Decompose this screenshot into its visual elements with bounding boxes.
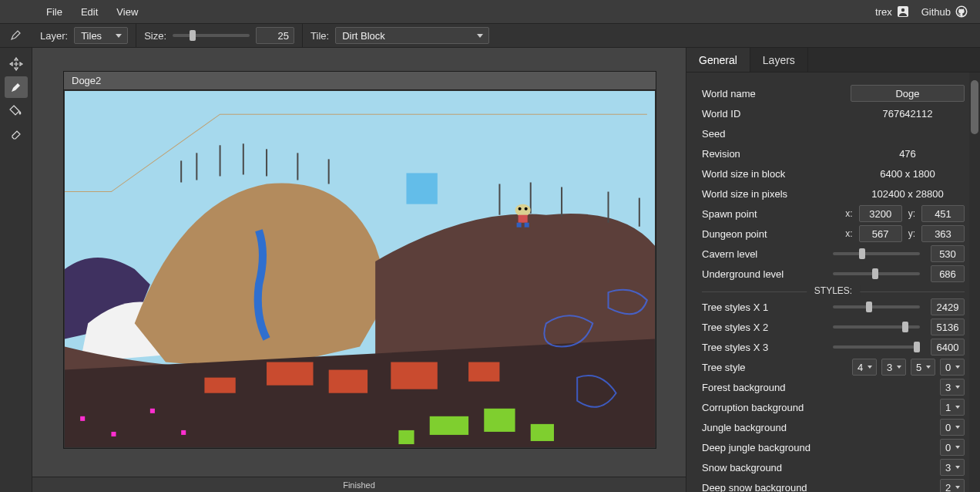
size-pixels-label: World size in pixels (702, 188, 833, 200)
tab-layers[interactable]: Layers (750, 48, 808, 72)
move-tool[interactable] (5, 53, 28, 75)
tree-x3-input[interactable]: 6400 (931, 339, 965, 356)
svg-point-31 (519, 207, 522, 211)
spawn-y-input[interactable]: 451 (921, 205, 965, 222)
underground-label: Underground level (702, 268, 833, 280)
spawn-y-label: y: (908, 208, 915, 219)
spawn-label: Spawn point (702, 208, 833, 220)
user-icon (897, 5, 909, 18)
brand-label: trex (875, 6, 892, 18)
svg-rect-15 (111, 432, 116, 436)
github-label: Github (921, 6, 951, 18)
snow-bg-select[interactable]: 3 (940, 459, 965, 476)
dungeon-x-input[interactable]: 567 (859, 225, 902, 242)
svg-rect-8 (468, 362, 499, 382)
corruption-bg-label: Corruption background (702, 402, 833, 413)
layer-label: Layer: (40, 30, 68, 42)
canvas-window: Doge2 (63, 71, 656, 449)
underground-slider[interactable] (833, 272, 920, 275)
size-pixels-value: 102400 x 28800 (851, 188, 965, 200)
size-block-label: World size in block (702, 168, 833, 180)
size-block-value: 6400 x 1800 (851, 168, 965, 180)
tile-select[interactable]: Dirt Block (335, 27, 489, 44)
tree-x1-slider[interactable] (833, 305, 920, 308)
styles-header: STYLES: (807, 285, 860, 296)
jungle-bg-select[interactable]: 0 (940, 419, 965, 436)
tree-x3-slider[interactable] (833, 345, 920, 349)
dungeon-y-input[interactable]: 363 (921, 225, 965, 242)
svg-rect-7 (391, 362, 437, 389)
underground-input[interactable]: 686 (931, 265, 965, 282)
world-id-label: World ID (702, 108, 833, 120)
menubar: File Edit View trex Github (0, 0, 980, 23)
cavern-input[interactable]: 530 (931, 245, 965, 262)
canvas-area: Doge2 (32, 48, 686, 492)
deep-jungle-bg-select[interactable]: 0 (940, 439, 965, 456)
svg-rect-17 (181, 430, 186, 435)
spawn-x-input[interactable]: 3200 (859, 205, 902, 222)
size-label: Size: (144, 30, 166, 42)
svg-rect-16 (150, 409, 155, 413)
svg-rect-33 (519, 215, 528, 223)
properties-panel: General Layers World name Doge World ID … (686, 48, 980, 492)
size-slider-thumb[interactable] (190, 30, 196, 41)
canvas-title: Doge2 (72, 75, 101, 86)
menu-edit[interactable]: Edit (72, 2, 107, 22)
svg-point-1 (901, 8, 904, 12)
panel-scrollbar-thumb[interactable] (971, 80, 978, 134)
revision-label: Revision (702, 148, 833, 160)
svg-rect-13 (398, 430, 414, 444)
svg-rect-34 (517, 223, 522, 227)
tree-x2-input[interactable]: 5136 (931, 318, 965, 335)
world-id-value: 767642112 (851, 108, 965, 120)
menu-file[interactable]: File (37, 2, 72, 22)
github-link[interactable]: Github (921, 5, 968, 18)
tree-x3-label: Tree styles X 3 (702, 342, 833, 353)
bucket-tool[interactable] (5, 99, 28, 121)
dungeon-y-label: y: (908, 228, 915, 239)
panel-scrollbar-track[interactable] (969, 72, 980, 492)
dungeon-x-label: x: (845, 228, 852, 239)
svg-rect-5 (267, 362, 313, 386)
tree-x2-label: Tree styles X 2 (702, 322, 833, 333)
seed-label: Seed (702, 128, 833, 140)
svg-rect-12 (531, 424, 554, 441)
tool-palette (0, 48, 32, 492)
deep-snow-bg-select[interactable]: 2 (940, 479, 965, 492)
tab-general[interactable]: General (686, 48, 750, 72)
status-text: Finished (240, 480, 478, 490)
svg-rect-35 (525, 223, 529, 227)
tree-style-a[interactable]: 4 (852, 359, 877, 376)
size-slider[interactable] (173, 34, 250, 37)
menu-view[interactable]: View (107, 2, 147, 22)
tree-x2-slider[interactable] (833, 325, 920, 329)
tile-label: Tile: (310, 30, 329, 42)
tree-x1-input[interactable]: 2429 (931, 298, 965, 315)
forest-bg-label: Forest background (702, 382, 833, 393)
toolbar: Layer: Tiles Size: 25 Tile: Dirt Block (0, 23, 980, 48)
tree-style-b[interactable]: 3 (881, 359, 906, 376)
snow-bg-label: Snow background (702, 462, 833, 473)
cavern-slider[interactable] (833, 252, 920, 255)
size-input[interactable]: 25 (256, 27, 294, 44)
eraser-tool[interactable] (5, 123, 28, 144)
pencil-tool[interactable] (5, 76, 28, 98)
svg-point-32 (525, 207, 528, 211)
layer-select[interactable]: Tiles (74, 27, 128, 44)
svg-rect-10 (430, 416, 468, 435)
corruption-bg-select[interactable]: 1 (940, 399, 965, 416)
revision-value: 476 (851, 148, 965, 160)
svg-rect-9 (204, 378, 235, 393)
canvas[interactable] (64, 90, 656, 448)
deep-snow-bg-label: Deep snow background (702, 482, 833, 493)
brand-link[interactable]: trex (875, 5, 909, 18)
tree-style-d[interactable]: 0 (940, 359, 965, 376)
tree-style-c[interactable]: 5 (911, 359, 935, 376)
panel-tabs: General Layers (686, 48, 980, 72)
world-name-input[interactable]: Doge (851, 85, 965, 102)
canvas-titlebar[interactable]: Doge2 (64, 72, 656, 90)
svg-rect-6 (329, 370, 368, 393)
brush-indicator-icon (9, 28, 23, 44)
spawn-x-label: x: (845, 208, 852, 219)
forest-bg-select[interactable]: 3 (940, 379, 965, 396)
